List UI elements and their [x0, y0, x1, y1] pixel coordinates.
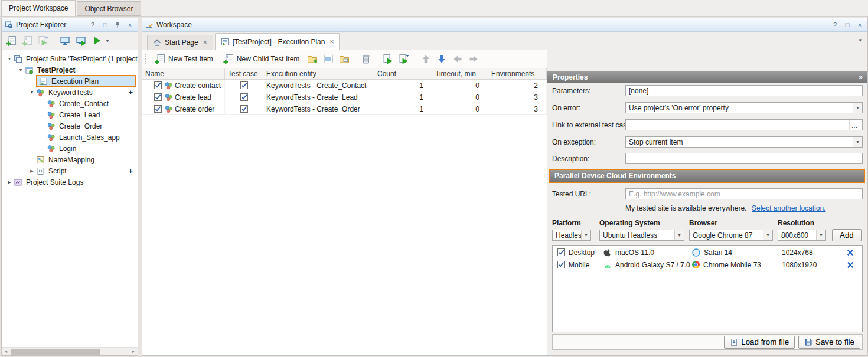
environment-row[interactable]: Desktop macOS 11.0 Safari 14 1024x768	[553, 246, 862, 258]
add-script-unit-button[interactable]: +	[128, 167, 133, 175]
on-exception-dropdown[interactable]: Stop current item ▾	[625, 136, 863, 148]
run-options-dropdown-icon[interactable]: ▾	[106, 38, 109, 44]
export-item-icon[interactable]	[37, 34, 50, 47]
tab-object-browser[interactable]: Object Browser	[77, 1, 141, 16]
object-browser-icon[interactable]	[58, 34, 71, 47]
scroll-left-icon[interactable]: ◄	[2, 349, 10, 353]
expander-icon[interactable]: ▼	[5, 57, 14, 61]
tree-item-namemapping[interactable]: NameMapping	[2, 154, 138, 165]
test-case-checkbox[interactable]	[240, 105, 248, 113]
move-down-icon[interactable]	[435, 53, 448, 65]
tree-item-create-lead[interactable]: Create_Lead	[2, 109, 138, 120]
timeout-cell[interactable]: 0	[432, 80, 488, 91]
tree-item-keywordtests[interactable]: ▼ KeywordTests +	[2, 87, 138, 98]
expander-icon[interactable]: ▼	[28, 90, 36, 94]
tab-start-page[interactable]: Start Page ×	[147, 35, 213, 50]
external-test-case-field[interactable]: ...	[625, 119, 863, 130]
environment-row[interactable]: Mobile Android Galaxy S7 / 7.0 Chrome Mo…	[553, 258, 862, 271]
run-project-icon[interactable]	[90, 34, 103, 47]
tree-item-execution-plan[interactable]: Execution Plan	[2, 76, 138, 87]
column-header-timeout[interactable]: Timeout, min	[432, 68, 488, 79]
description-field[interactable]	[625, 153, 863, 164]
tree-item-login[interactable]: Login	[2, 143, 138, 154]
collapse-panel-icon[interactable]: »	[859, 73, 862, 81]
test-item-row[interactable]: Create contact KeywordTests - Create_Con…	[142, 80, 547, 91]
tree-item-launch-sales-app[interactable]: Launch_Sales_app	[2, 132, 138, 143]
save-to-file-button[interactable]: Save to file	[798, 336, 860, 349]
tree-item-script[interactable]: ▶ Script +	[2, 165, 138, 176]
enabled-checkbox[interactable]	[154, 105, 162, 113]
new-child-test-item-button[interactable]: New Child Test Item	[220, 52, 303, 66]
close-icon[interactable]: ×	[855, 20, 864, 30]
run-selected-icon[interactable]	[381, 53, 394, 65]
load-from-file-button[interactable]: Load from file	[724, 336, 795, 349]
close-tab-icon[interactable]: ×	[203, 38, 207, 47]
platform-dropdown[interactable]: Headless ▾	[552, 230, 591, 241]
chevron-down-icon[interactable]: ▾	[581, 230, 590, 240]
column-header-name[interactable]: Name	[142, 68, 225, 79]
horizontal-scrollbar[interactable]: ◄ ►	[2, 347, 138, 355]
environment-checkbox[interactable]	[557, 261, 565, 268]
add-keyword-test-button[interactable]: +	[128, 89, 133, 96]
add-group-icon[interactable]	[306, 53, 319, 65]
scroll-right-icon[interactable]: ►	[129, 349, 138, 353]
timeout-cell[interactable]: 0	[432, 103, 488, 114]
help-icon[interactable]: ?	[830, 20, 840, 30]
tested-url-input[interactable]	[625, 188, 863, 199]
tab-project-workspace[interactable]: Project Workspace	[1, 0, 76, 16]
execution-entity-cell[interactable]: KeywordTests - Create_Contact	[263, 80, 374, 91]
test-case-checkbox[interactable]	[240, 93, 248, 101]
environments-cell[interactable]: 3	[488, 91, 547, 103]
column-header-count[interactable]: Count	[374, 68, 432, 79]
column-header-test-case[interactable]: Test case	[225, 68, 263, 79]
remove-environment-button[interactable]	[847, 261, 862, 268]
tree-item-testproject[interactable]: ▼ TestProject	[2, 64, 138, 76]
environment-checkbox[interactable]	[557, 248, 565, 256]
remove-environment-button[interactable]	[847, 249, 862, 256]
add-folder-icon[interactable]	[338, 53, 351, 65]
chevron-down-icon[interactable]: ▾	[674, 230, 684, 240]
enabled-checkbox[interactable]	[154, 81, 162, 89]
chevron-down-icon[interactable]: ▾	[763, 230, 772, 240]
chevron-down-icon[interactable]: ▾	[816, 230, 825, 240]
new-test-item-button[interactable]: New Test Item	[151, 52, 217, 66]
tree-item-create-contact[interactable]: Create_Contact	[2, 98, 138, 109]
browse-button[interactable]: ...	[849, 120, 859, 130]
os-dropdown[interactable]: Ubuntu Headless ▾	[599, 230, 684, 241]
run-project-suite-icon[interactable]	[74, 34, 87, 47]
test-case-checkbox[interactable]	[240, 81, 248, 89]
details-view-icon[interactable]	[322, 53, 335, 65]
float-icon[interactable]: □	[843, 20, 852, 30]
move-up-icon[interactable]	[419, 53, 432, 65]
execution-entity-cell[interactable]: KeywordTests - Create_Lead	[263, 91, 374, 103]
execution-entity-cell[interactable]: KeywordTests - Create_Order	[263, 103, 374, 114]
properties-header[interactable]: Properties »	[547, 71, 867, 83]
tree-item-project-suite[interactable]: ▼ Project Suite 'TestProject' (1 project…	[2, 53, 138, 64]
count-cell[interactable]: 1	[374, 91, 432, 103]
close-icon[interactable]: ×	[125, 20, 135, 30]
delete-item-icon[interactable]	[360, 53, 373, 65]
chevron-down-icon[interactable]: ▾	[853, 103, 862, 113]
expander-icon[interactable]: ▶	[28, 169, 36, 173]
on-error-dropdown[interactable]: Use project's 'On error' property ▾	[625, 102, 863, 113]
chevron-down-icon[interactable]: ▾	[853, 137, 862, 147]
column-header-environments[interactable]: Environments	[488, 68, 547, 79]
parameters-field[interactable]: [none]	[625, 85, 863, 96]
add-new-item-icon[interactable]	[5, 34, 18, 47]
add-existing-item-icon[interactable]	[21, 34, 34, 47]
tree-item-create-order[interactable]: Create_Order	[2, 120, 138, 132]
enabled-checkbox[interactable]	[154, 93, 162, 101]
tab-list-dropdown-icon[interactable]: ▾	[859, 37, 862, 43]
test-item-row[interactable]: Create lead KeywordTests - Create_Lead 1…	[142, 91, 547, 103]
resolution-dropdown[interactable]: 800x600 ▾	[778, 230, 826, 241]
float-icon[interactable]: □	[100, 20, 110, 30]
add-environment-button[interactable]: Add	[832, 229, 862, 241]
move-right-icon[interactable]	[467, 53, 480, 65]
pin-icon[interactable]	[113, 20, 122, 30]
timeout-cell[interactable]: 0	[432, 91, 488, 103]
toolbar-grip[interactable]	[145, 54, 147, 64]
column-header-execution-entity[interactable]: Execution entity	[263, 68, 374, 79]
environments-cell[interactable]: 2	[488, 80, 547, 91]
environments-cell[interactable]: 3	[488, 103, 547, 114]
scrollbar-thumb[interactable]	[11, 349, 100, 355]
